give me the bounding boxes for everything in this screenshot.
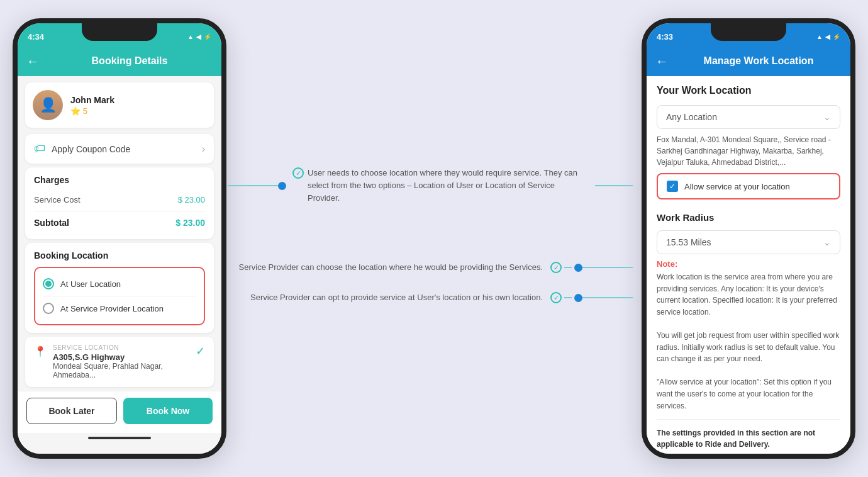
- user-card: 👤 John Mark ⭐ 5: [25, 82, 214, 128]
- charges-title: Charges: [34, 175, 205, 185]
- dropdown-arrow-icon: ⌄: [823, 112, 831, 122]
- location-pin-icon: 📍: [34, 345, 47, 357]
- location-nav-icon[interactable]: ✓: [196, 344, 205, 358]
- right-time: 4:33: [657, 32, 673, 42]
- right-status-icons: ▲ ◀ ⚡: [816, 33, 840, 40]
- annotation-bottom2-row: Service Provider can opt to provide serv…: [228, 291, 633, 304]
- allow-service-checkbox[interactable]: ✓: [667, 181, 678, 192]
- check-icon-bottom1: ✓: [550, 262, 562, 273]
- radio-circle-selected: [43, 278, 54, 289]
- book-later-button[interactable]: Book Later: [26, 398, 117, 424]
- right-line-top: [595, 185, 633, 186]
- location-city: Mondeal Square, Prahlad Nagar, Ahmedaba.…: [53, 362, 189, 379]
- left-phone-notch: [82, 23, 157, 41]
- right-phone-notch: [711, 23, 786, 41]
- radius-dropdown[interactable]: 15.53 Miles ⌄: [657, 230, 840, 254]
- battery-icon: ⚡: [204, 33, 211, 40]
- user-rating: ⭐ 5: [70, 106, 114, 116]
- user-location-label: At User Location: [60, 279, 121, 289]
- left-phone: 4:34 ▲ ◀ ⚡ ← Booking Details 👤 John Mark…: [13, 18, 226, 459]
- radio-user-location[interactable]: At User Location: [43, 274, 196, 293]
- coupon-left: 🏷 Apply Coupon Code: [34, 142, 130, 155]
- note-title: Note:: [657, 259, 840, 269]
- subtotal-label: Subtotal: [34, 218, 69, 228]
- book-now-button[interactable]: Book Now: [123, 398, 213, 424]
- charge-divider: [34, 211, 205, 211]
- booking-location-card: Booking Location At User Location At Ser…: [25, 243, 214, 333]
- work-radius-title: Work Radius: [647, 205, 850, 227]
- location-dropdown[interactable]: Any Location ⌄: [657, 105, 840, 129]
- provider-location-label: At Service Provider Location: [60, 304, 164, 313]
- tail-right-bottom2: [582, 297, 633, 298]
- right-back-button[interactable]: ←: [655, 54, 668, 69]
- ann-text-left2: Service Provider can opt to provide serv…: [228, 291, 550, 304]
- annotation-top: ✓ User needs to choose location where th…: [228, 167, 633, 205]
- service-location-card: 📍 SERVICE LOCATION A305,S.G Highway Mond…: [25, 337, 214, 387]
- left-status-icons: ▲ ◀ ⚡: [187, 33, 211, 40]
- work-location-section-title: Your Work Location: [647, 76, 850, 100]
- right-phone-content: Your Work Location Any Location ⌄ Fox Ma…: [647, 76, 850, 454]
- address-text: Fox Mandal, A-301 Mondeal Square,, Servi…: [657, 134, 840, 168]
- radius-dropdown-arrow-icon: ⌄: [823, 237, 831, 247]
- location-text-block: SERVICE LOCATION A305,S.G Highway Mondea…: [53, 344, 189, 379]
- home-indicator: [88, 437, 151, 439]
- annotation-text-top: ✓ User needs to choose location where th…: [286, 167, 595, 205]
- annotation-dot-top: [278, 182, 286, 190]
- bottom-note: The settings provided in this section ar…: [657, 419, 840, 450]
- signal-icon: ▲: [187, 33, 194, 40]
- left-phone-content: 👤 John Mark ⭐ 5 🏷 Apply Coupon Code › Ch…: [18, 76, 221, 454]
- location-dropdown-value: Any Location: [666, 112, 717, 122]
- allow-service-row[interactable]: ✓ Allow service at your location: [657, 173, 840, 199]
- subtotal-value: $ 23.00: [175, 218, 205, 228]
- annotation-bottom1-row: Service Provider can choose the location…: [228, 261, 633, 274]
- charges-card: Charges Service Cost $ 23.00 Subtotal $ …: [25, 167, 214, 239]
- location-street: A305,S.G Highway: [53, 352, 189, 362]
- service-cost-value: $ 23.00: [178, 195, 205, 205]
- right-wifi-icon: ◀: [825, 33, 830, 40]
- right-battery-icon: ⚡: [833, 33, 840, 40]
- bottom-buttons: Book Later Book Now: [18, 391, 221, 433]
- booking-location-title: Booking Location: [34, 250, 205, 261]
- left-line-top: [228, 185, 278, 186]
- wifi-icon: ◀: [196, 33, 201, 40]
- ann-text-left1: Service Provider can choose the location…: [228, 261, 550, 274]
- check-icon-bottom2: ✓: [550, 292, 562, 303]
- line-right-bottom1: [564, 267, 572, 268]
- avatar: 👤: [33, 90, 63, 120]
- right-signal-icon: ▲: [816, 33, 823, 40]
- user-name: John Mark: [70, 95, 114, 105]
- coupon-icon: 🏷: [34, 142, 45, 155]
- annotation-top-text: User needs to choose location where they…: [308, 167, 589, 205]
- annotation-bottom: Service Provider can choose the location…: [228, 261, 633, 304]
- coupon-card[interactable]: 🏷 Apply Coupon Code ›: [25, 134, 214, 164]
- left-back-button[interactable]: ←: [26, 54, 39, 69]
- user-info: John Mark ⭐ 5: [70, 95, 114, 116]
- avatar-image: 👤: [33, 90, 63, 120]
- tail-right-bottom1: [582, 267, 633, 268]
- note-text: Work location is the service area from w…: [657, 271, 840, 412]
- service-cost-label: Service Cost: [34, 195, 81, 205]
- left-time: 4:34: [28, 32, 44, 42]
- radius-dropdown-value: 15.53 Miles: [666, 237, 711, 247]
- note-section: Note: Work location is the service area …: [657, 259, 840, 412]
- line-right-bottom2: [564, 297, 572, 298]
- right-header-title: Manage Work Location: [676, 55, 842, 67]
- right-phone: 4:33 ▲ ◀ ⚡ ← Manage Work Location Your W…: [642, 18, 855, 459]
- allow-service-label: Allow service at your location: [684, 182, 790, 191]
- annotation-bottom1-text: Service Provider can choose the location…: [239, 262, 543, 272]
- subtotal-row: Subtotal $ 23.00: [34, 214, 205, 232]
- coupon-label: Apply Coupon Code: [52, 144, 130, 154]
- radio-provider-location[interactable]: At Service Provider Location: [43, 299, 196, 318]
- service-location-label: SERVICE LOCATION: [53, 344, 189, 351]
- dot-bottom1: [574, 264, 582, 272]
- annotation-bottom2-text: Service Provider can opt to provide serv…: [250, 293, 543, 302]
- left-header-title: Booking Details: [47, 55, 213, 67]
- location-options: At User Location At Service Provider Loc…: [34, 267, 205, 325]
- right-header: ← Manage Work Location: [647, 46, 850, 76]
- dot-bottom2: [574, 294, 582, 302]
- check-icon-top: ✓: [292, 167, 304, 179]
- service-cost-row: Service Cost $ 23.00: [34, 191, 205, 208]
- radio-divider: [43, 296, 196, 296]
- coupon-arrow-icon: ›: [202, 143, 205, 155]
- left-header: ← Booking Details: [18, 46, 221, 76]
